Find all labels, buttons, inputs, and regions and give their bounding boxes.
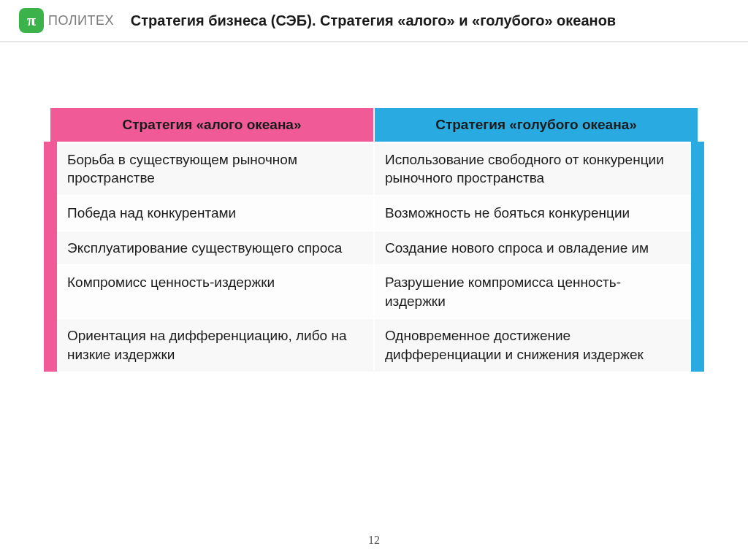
content-area: Стратегия «алого океана» Стратегия «голу… <box>0 42 748 372</box>
header: π ПОЛИТЕХ Стратегия бизнеса (СЭБ). Страт… <box>0 0 748 42</box>
cell-red: Эксплуатирование существующего спроса <box>50 231 374 266</box>
table-row: Компромисс ценность-издержки Разрушение … <box>50 265 698 318</box>
logo: π ПОЛИТЕХ <box>19 8 114 33</box>
table-row: Борьба в существующем рыночном пространс… <box>50 142 698 196</box>
slide: π ПОЛИТЕХ Стратегия бизнеса (СЭБ). Страт… <box>0 0 748 560</box>
column-header-blue: Стратегия «голубого океана» <box>374 108 698 142</box>
cell-blue: Одновременное достижение дифференциации … <box>374 318 698 371</box>
strategy-table: Стратегия «алого океана» Стратегия «голу… <box>44 108 704 372</box>
column-header-red: Стратегия «алого океана» <box>50 108 374 142</box>
logo-text: ПОЛИТЕХ <box>48 13 114 28</box>
cell-red: Победа над конкурентами <box>50 196 374 231</box>
cell-red: Компромисс ценность-издержки <box>50 265 374 318</box>
page-title: Стратегия бизнеса (СЭБ). Стратегия «алог… <box>114 12 633 29</box>
page-number: 12 <box>0 534 748 547</box>
cell-blue: Использование свободного от конкуренции … <box>374 142 698 196</box>
table-row: Эксплуатирование существующего спроса Со… <box>50 231 698 266</box>
cell-red: Борьба в существующем рыночном пространс… <box>50 142 374 196</box>
table-row: Победа над конкурентами Возможность не б… <box>50 196 698 231</box>
cell-blue: Возможность не бояться конкуренции <box>374 196 698 231</box>
cell-red: Ориентация на дифференциацию, либо на ни… <box>50 318 374 371</box>
cell-blue: Разрушение компромисса ценность-издержки <box>374 265 698 318</box>
cell-blue: Создание нового спроса и овладение им <box>374 231 698 266</box>
logo-mark-icon: π <box>19 8 44 33</box>
table-row: Ориентация на дифференциацию, либо на ни… <box>50 318 698 371</box>
